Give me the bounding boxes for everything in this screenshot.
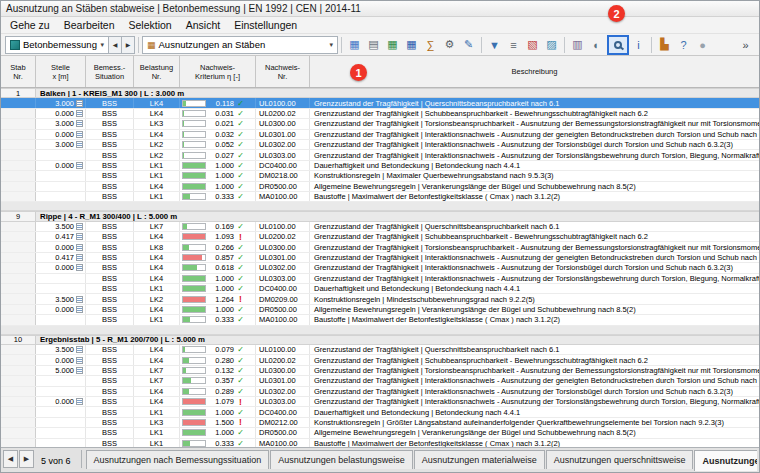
settings-icon[interactable]: ⚙ — [441, 36, 459, 54]
table-select[interactable]: ▦ Ausnutzungen an Stäben ▾ — [142, 36, 338, 54]
table-row[interactable]: BSSLK11.000✓DC0400.00Dauerhaftigkeit und… — [1, 284, 759, 294]
pass-check-icon: ✓ — [236, 356, 245, 365]
criterion-value: 0.027 — [208, 151, 234, 160]
result-details-icon[interactable] — [76, 398, 83, 405]
info-icon[interactable]: i — [630, 36, 648, 54]
table-row[interactable]: BSSLK10.333✓MA0100.00Baustoffe | Maximal… — [1, 439, 759, 448]
result-details-icon[interactable] — [76, 131, 83, 138]
table-row[interactable]: 0.000BSSLK41.000✓DR0500.00Allgemeine Bew… — [1, 305, 759, 315]
bemessungssituation-cell: BSS — [86, 232, 134, 241]
table-row[interactable]: BSSLK10.333✓MA0100.00Baustoffe | Maximal… — [1, 315, 759, 325]
result-details-icon[interactable] — [76, 244, 83, 251]
result-details-icon[interactable] — [76, 367, 83, 374]
table-row[interactable]: 3.000BSSLK40.118✓UL0100.00Grenzzustand d… — [1, 98, 759, 108]
next-tab-button[interactable]: ▶ — [19, 450, 34, 468]
tab-ausnutzungen-stabweise[interactable]: Ausnutzungen stabweise — [694, 450, 757, 471]
table-row[interactable]: BSSLK20.027✓UL0303.00Grenzzustand der Tr… — [1, 150, 759, 160]
table-row[interactable]: BSSLK11.000✓DR0500.00Allgemeine Bewehrun… — [1, 428, 759, 438]
previous-table-button[interactable]: ◀ — [109, 36, 122, 54]
result-details-icon[interactable] — [76, 110, 83, 117]
previous-tab-button[interactable]: ◀ — [3, 450, 18, 468]
next-table-button[interactable]: ▶ — [122, 36, 135, 54]
stelle-cell: 0.417 — [36, 232, 86, 241]
module-select[interactable]: Betonbemessung ▾ — [5, 36, 109, 54]
search-icon[interactable] — [607, 35, 629, 55]
table-row[interactable]: 0.000BSSLK40.280✓UL0200.02Grenzzustand d… — [1, 355, 759, 365]
tab-ausnutzungen-querschnittsweise[interactable]: Ausnutzungen querschnittsweise — [546, 450, 694, 469]
print-icon[interactable]: ▤ — [365, 36, 383, 54]
contrast-icon[interactable]: ◐ — [588, 36, 606, 54]
excel-export-icon[interactable]: ▦ — [384, 36, 402, 54]
result-details-icon[interactable] — [76, 120, 83, 127]
jump-to-graphic-icon[interactable]: ▦ — [346, 36, 364, 54]
table-row[interactable]: 5.000BSSLK70.132✓UL0300.00Grenzzustand d… — [1, 366, 759, 376]
group-header-row[interactable]: 1Balken | 1 - KREIS_M1 300 | L : 3.000 m — [1, 88, 759, 98]
table-row[interactable]: 0.000BSSLK40.032✓UL0301.00Grenzzustand d… — [1, 130, 759, 140]
result-details-icon[interactable] — [76, 223, 83, 230]
criterion-bar-fill — [183, 255, 202, 260]
result-details-icon[interactable] — [76, 233, 83, 240]
menu-item-bearbeiten[interactable]: Bearbeiten — [57, 18, 122, 32]
color-scale-icon[interactable]: ▧ — [524, 36, 542, 54]
table-row[interactable]: 0.417BSSLK40.857✓UL0301.00Grenzzustand d… — [1, 253, 759, 263]
result-bars-icon[interactable]: ▨ — [543, 36, 561, 54]
tab-ausnutzungen-belastungsweise[interactable]: Ausnutzungen belastungsweise — [270, 450, 413, 469]
beschreibung-cell: Konstruktionsregeln | Größter Längsabsta… — [310, 418, 759, 427]
menu-item-ansicht[interactable]: Ansicht — [179, 18, 227, 32]
bemessungssituation-cell: BSS — [86, 98, 134, 107]
result-details-icon[interactable] — [76, 100, 83, 107]
table-row[interactable]: 3.500BSSLK40.079✓UL0100.00Grenzzustand d… — [1, 345, 759, 355]
table-row[interactable]: 0.000BSSLK40.031✓UL0200.02Grenzzustand d… — [1, 109, 759, 119]
table-row[interactable]: 0.000BSSLK41.079!UL0303.00Grenzzustand d… — [1, 397, 759, 407]
beschreibung-cell: Grenzzustand der Tragfähigkeit | Torsion… — [310, 119, 759, 128]
display-mode-icon[interactable]: ▥ — [569, 36, 587, 54]
edit-icon[interactable]: ✎ — [460, 36, 478, 54]
help-icon[interactable]: ? — [675, 36, 693, 54]
table-row[interactable]: BSSLK41.000✓UL0303.00Grenzzustand der Tr… — [1, 274, 759, 284]
tab-ausnutzungen-nach-bemessungssituation[interactable]: Ausnutzungen nach Bemessungssituation — [86, 450, 270, 469]
result-details-icon[interactable] — [76, 346, 83, 353]
pin-icon[interactable]: ● — [694, 36, 712, 54]
bemessungssituation-cell: BSS — [86, 274, 134, 283]
nachweis-nr-cell: DM0212.00 — [256, 418, 310, 427]
criterion-bar — [182, 316, 206, 323]
result-details-icon[interactable] — [76, 264, 83, 271]
table-row[interactable]: 0.000BSSLK11.000✓DC0400.00Dauerhaftigkei… — [1, 161, 759, 171]
table-row[interactable]: 3.500BSSLK21.264!DM0209.00Konstruktionsr… — [1, 294, 759, 304]
group-header-row[interactable]: 9Rippe | 4 - R_M1 300/400 | L : 5.000 m — [1, 211, 759, 221]
result-details-icon[interactable] — [76, 296, 83, 303]
table-row[interactable]: BSSLK70.357✓UL0301.00Grenzzustand der Tr… — [1, 376, 759, 386]
bemessungssituation-cell: BSS — [86, 161, 134, 170]
sort-icon[interactable]: ≡ — [505, 36, 523, 54]
table-row[interactable]: 3.000BSSLK30.021✓UL0300.00Grenzzustand d… — [1, 119, 759, 129]
table-row[interactable]: 0.000BSSLK40.618✓UL0302.00Grenzzustand d… — [1, 263, 759, 273]
bottom-tab-bar: ◀ ▶ 5 von 6 Ausnutzungen nach Bemessungs… — [1, 447, 759, 472]
chart-icon[interactable]: ▙ — [656, 36, 674, 54]
result-details-icon[interactable] — [76, 162, 83, 169]
table-row[interactable]: BSSLK10.333✓MA0100.00Baustoffe | Maximal… — [1, 192, 759, 202]
tab-strip: Ausnutzungen nach BemessungssituationAus… — [86, 450, 757, 471]
table-row[interactable]: BSSLK11.000✓DC0400.00Dauerhaftigkeit und… — [1, 407, 759, 417]
table-row[interactable]: BSSLK31.500!DM0212.00Konstruktionsregeln… — [1, 418, 759, 428]
menu-item-selektion[interactable]: Selektion — [122, 18, 179, 32]
menu-item-einstellungen[interactable]: Einstellungen — [227, 18, 304, 32]
table-row[interactable]: 0.417BSSLK41.093!UL0200.02Grenzzustand d… — [1, 232, 759, 242]
table-row[interactable]: BSSLK11.000✓DM0218.00Konstruktionsregeln… — [1, 171, 759, 181]
overflow-chevron-icon[interactable]: » — [737, 36, 755, 54]
result-details-icon[interactable] — [76, 306, 83, 313]
sum-icon[interactable]: ∑ — [422, 36, 440, 54]
beschreibung-cell: Konstruktionsregeln | Mindestschubbewehr… — [310, 294, 759, 303]
group-header-row[interactable]: 10Ergebnisstab | 5 - R_M1 200/700 | L : … — [1, 335, 759, 345]
result-details-icon[interactable] — [76, 254, 83, 261]
filter-icon[interactable]: ▼ — [486, 36, 504, 54]
table-row[interactable]: BSSLK40.289✓UL0302.00Grenzzustand der Tr… — [1, 387, 759, 397]
table-row[interactable]: 0.000BSSLK80.266✓UL0300.00Grenzzustand d… — [1, 242, 759, 252]
result-details-icon[interactable] — [76, 357, 83, 364]
table-row[interactable]: BSSLK41.000✓DR0500.00Allgemeine Bewehrun… — [1, 182, 759, 192]
table-row[interactable]: 3.500BSSLK70.169✓UL0100.00Grenzzustand d… — [1, 222, 759, 232]
result-details-icon[interactable] — [76, 141, 83, 148]
menu-item-gehe-zu[interactable]: Gehe zu — [3, 18, 57, 32]
tab-ausnutzungen-materialweise[interactable]: Ausnutzungen materialweise — [414, 450, 545, 469]
export-table-icon[interactable]: ▦ — [403, 36, 421, 54]
table-row[interactable]: 3.000BSSLK20.052✓UL0302.00Grenzzustand d… — [1, 140, 759, 150]
